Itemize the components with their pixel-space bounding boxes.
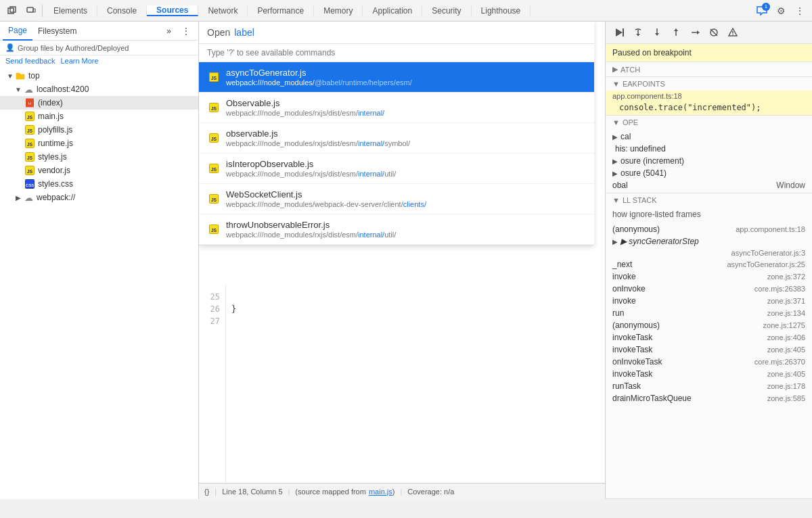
line-numbers: 25 26 27 xyxy=(199,285,226,488)
cs-item-14[interactable]: drainMicroTaskQueue zone.js:585 xyxy=(606,392,812,404)
cs-item-5[interactable]: onInvoke core.mjs:26383 xyxy=(606,283,812,295)
svg-marker-30 xyxy=(616,28,623,37)
scope-item-local[interactable]: ▶ cal xyxy=(606,131,812,143)
tab-elements[interactable]: Elements xyxy=(44,6,97,16)
tree-item-runtime-js[interactable]: JS runtime.js xyxy=(0,137,198,150)
format-icon[interactable]: {} xyxy=(204,488,209,496)
tree-item-localhost[interactable]: ▼ ☁ localhost:4200 xyxy=(0,83,198,96)
open-file-input[interactable] xyxy=(234,27,586,38)
cs-header-sync[interactable]: ▶ ▶ syncGeneratorStep xyxy=(606,235,812,248)
file-list-item-5[interactable]: JS throwUnobservableError.js webpack:///… xyxy=(199,214,594,245)
svg-marker-39 xyxy=(697,30,700,34)
chevron-down-icon-cs: ▼ xyxy=(612,196,620,204)
tree-item-styles-css[interactable]: CSS styles.css xyxy=(0,177,198,191)
show-ignore-row[interactable]: how ignore-listed frames xyxy=(606,207,812,222)
group-label: Group files by Authored/Deployed xyxy=(18,44,129,52)
tab-network[interactable]: Network xyxy=(198,6,248,16)
tree-item-styles-js[interactable]: JS styles.js xyxy=(0,150,198,164)
sidebar-options-icon[interactable]: ⋮ xyxy=(177,22,196,41)
chat-icon[interactable]: 1 xyxy=(752,1,771,20)
cs-sync-title: ▶ syncGeneratorStep xyxy=(621,237,699,246)
cs-loc-2: asyncToGenerator.js:3 xyxy=(731,249,805,257)
breakpoint-item[interactable]: app.component.ts:18 xyxy=(606,91,812,101)
chevron-down-icon: ▼ xyxy=(14,86,23,93)
send-feedback-link[interactable]: Send feedback xyxy=(5,57,55,65)
deactivate-breakpoints-button[interactable] xyxy=(706,24,722,41)
tab-sources[interactable]: Sources xyxy=(147,5,198,16)
tab-console[interactable]: Console xyxy=(97,6,147,16)
svg-text:JS: JS xyxy=(27,128,33,133)
code-area[interactable]: } xyxy=(226,285,605,488)
scope-section-title[interactable]: ▼ ope xyxy=(606,116,812,129)
step-over-button[interactable] xyxy=(630,24,646,41)
tree-item-main-js[interactable]: JS main.js xyxy=(0,110,198,123)
step-into-button[interactable] xyxy=(649,24,665,41)
tree-item-vendor-js[interactable]: JS vendor.js xyxy=(0,164,198,177)
cs-name-9: invokeTask xyxy=(612,333,652,342)
line-num-27: 27 xyxy=(199,315,220,327)
learn-more-link[interactable]: Learn More xyxy=(60,57,98,65)
scope-item-closure1[interactable]: ▶ osure (increment) xyxy=(606,155,812,167)
step-out-button[interactable] xyxy=(668,24,684,41)
file-list-item-3[interactable]: JS isInteropObservable.js webpack:///nod… xyxy=(199,154,594,184)
global-row[interactable]: obal Window xyxy=(606,179,812,191)
editor-content: 25 26 27 } xyxy=(199,285,605,488)
sidebar-tab-filesystem[interactable]: Filesystem xyxy=(32,22,82,41)
file-item-info-3: isInteropObservable.js webpack:///node_m… xyxy=(226,159,396,178)
device-icon[interactable] xyxy=(22,1,41,20)
debug-toolbar xyxy=(606,22,812,44)
tab-performance[interactable]: Performance xyxy=(248,6,314,16)
scope-name-this: his: undefined xyxy=(615,144,666,154)
tree-item-index[interactable]: H (index) xyxy=(0,96,198,110)
settings-icon[interactable]: ⚙ xyxy=(771,1,790,20)
step-button[interactable] xyxy=(687,24,703,41)
cs-item-6[interactable]: invoke zone.js:371 xyxy=(606,295,812,307)
file-name-2: observable.js xyxy=(226,128,410,139)
file-list-item-2[interactable]: JS observable.js webpack:///node_modules… xyxy=(199,123,594,154)
cs-item-12[interactable]: invokeTask zone.js:405 xyxy=(606,368,812,380)
watch-section-title[interactable]: ▶ atch xyxy=(606,62,812,76)
cs-item-8[interactable]: (anonymous) zone.js:1275 xyxy=(606,319,812,331)
resume-button[interactable] xyxy=(611,24,627,41)
call-stack-title[interactable]: ▼ ll Stack xyxy=(606,193,812,207)
file-list-item-4[interactable]: JS WebSocketClient.js webpack:///node_mo… xyxy=(199,184,594,214)
file-list-item-0[interactable]: JS asyncToGenerator.js webpack:///node_m… xyxy=(199,62,594,93)
restore-icon[interactable] xyxy=(3,1,22,20)
cs-loc-0: app.component.ts:18 xyxy=(736,225,805,233)
tab-security[interactable]: Security xyxy=(422,6,471,16)
source-file-link[interactable]: main.js xyxy=(369,488,392,496)
right-panel: Paused on breakpoint ▶ atch ▼ eakpoints … xyxy=(605,22,812,499)
breakpoints-section-title[interactable]: ▼ eakpoints xyxy=(606,77,812,91)
scope-item-closure2[interactable]: ▶ osure (5041) xyxy=(606,167,812,179)
cs-item-3[interactable]: _next asyncToGenerator.js:25 xyxy=(606,258,812,270)
sidebar-more-icon[interactable]: » xyxy=(161,22,177,41)
cs-item-4[interactable]: invoke zone.js:372 xyxy=(606,270,812,283)
cs-item-13[interactable]: runTask zone.js:178 xyxy=(606,380,812,392)
scope-item-this[interactable]: his: undefined xyxy=(606,143,812,155)
tree-item-webpack[interactable]: ▶ ☁ webpack:// xyxy=(0,191,198,204)
tab-memory[interactable]: Memory xyxy=(314,6,363,16)
open-label-bar: Open xyxy=(199,22,594,44)
tree-item-top[interactable]: ▼ top xyxy=(0,69,198,83)
breakpoint-code-line: console.trace("incremented"); xyxy=(606,101,812,115)
file-list-item-1[interactable]: JS Observable.js webpack:///node_modules… xyxy=(199,93,594,123)
cs-item-11[interactable]: onInvokeTask core.mjs:26370 xyxy=(606,356,812,368)
svg-text:JS: JS xyxy=(27,142,33,147)
tab-application[interactable]: Application xyxy=(363,6,422,16)
tab-lighthouse[interactable]: Lighthouse xyxy=(472,6,531,16)
cs-item-10[interactable]: invokeTask zone.js:405 xyxy=(606,344,812,356)
tree-label-webpack: webpack:// xyxy=(37,193,75,202)
more-icon[interactable]: ⋮ xyxy=(790,1,809,20)
svg-point-44 xyxy=(732,34,734,35)
svg-text:JS: JS xyxy=(211,167,217,172)
cs-name-6: invoke xyxy=(612,296,636,306)
sidebar-tab-page[interactable]: Page xyxy=(3,22,32,41)
cs-item-2[interactable]: asyncToGenerator.js:3 xyxy=(606,248,812,258)
feedback-bar: Send feedback Learn More xyxy=(0,55,198,66)
cs-loc-10: zone.js:405 xyxy=(767,346,805,354)
cs-item-7[interactable]: run zone.js:134 xyxy=(606,307,812,319)
cs-item-0[interactable]: (anonymous) app.component.ts:18 xyxy=(606,223,812,235)
cs-item-9[interactable]: invokeTask zone.js:406 xyxy=(606,331,812,344)
tree-item-polyfills-js[interactable]: JS polyfills.js xyxy=(0,123,198,137)
pause-on-exceptions-button[interactable] xyxy=(725,24,741,41)
